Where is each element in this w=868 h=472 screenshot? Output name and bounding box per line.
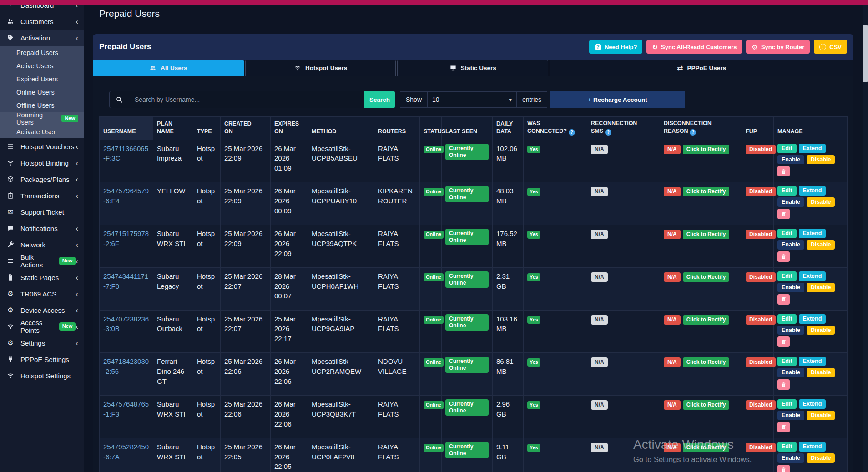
sidebar-item-notifications[interactable]: Notifications‹	[0, 220, 84, 236]
column-header-routers[interactable]: ROUTERS	[374, 117, 420, 140]
sidebar-item-network[interactable]: Network‹	[0, 236, 84, 253]
sidebar-item-transactions[interactable]: Transactions‹	[0, 187, 84, 204]
delete-button[interactable]	[777, 209, 790, 219]
edit-button[interactable]: Edit	[777, 186, 797, 196]
extend-button[interactable]: Extend	[799, 229, 826, 238]
column-header-last-seen[interactable]: LAST SEEN	[442, 117, 493, 140]
sync-by-router-button[interactable]: ⚙Sync by Router	[746, 40, 810, 54]
delete-button[interactable]	[777, 379, 790, 390]
username-link[interactable]: 254757648765-1:F3	[103, 400, 149, 418]
sidebar-item-support-ticket[interactable]: ✉Support Ticket	[0, 204, 84, 220]
tab-static-users[interactable]: Static Users	[397, 60, 548, 76]
tab-hotspot-users[interactable]: Hotspot Users	[245, 60, 396, 76]
edit-button[interactable]: Edit	[777, 144, 797, 153]
csv-button[interactable]: ↓CSV	[814, 40, 847, 54]
disable-button[interactable]: Disable	[807, 326, 835, 335]
rectify-button[interactable]: Click to Rectify	[683, 145, 730, 154]
username-link[interactable]: 254795282450-6:7A	[103, 443, 149, 461]
page-size-select[interactable]: 10 ▾	[428, 91, 517, 108]
extend-button[interactable]: Extend	[799, 442, 826, 452]
sidebar-item-customers[interactable]: Customers‹	[0, 13, 84, 30]
extend-button[interactable]: Extend	[799, 314, 826, 324]
column-header-manage[interactable]: MANAGE	[774, 117, 848, 140]
sidebar-item-prepaid-users[interactable]: Prepaid Users	[0, 46, 84, 59]
column-header-was-connected?[interactable]: WAS CONNECTED??	[524, 117, 587, 140]
edit-button[interactable]: Edit	[777, 399, 797, 409]
disable-button[interactable]: Disable	[807, 368, 835, 377]
delete-button[interactable]	[777, 251, 790, 262]
username-link[interactable]: 254711366065-F:3C	[103, 145, 148, 162]
username-link[interactable]: 254707238236-3:0B	[103, 315, 149, 333]
extend-button[interactable]: Extend	[799, 357, 826, 366]
need-help--button[interactable]: ?Need Help?	[589, 40, 643, 54]
sidebar-item-hotspot-vouchers[interactable]: Hotspot Vouchers‹	[0, 138, 84, 155]
sidebar-item-packages-plans[interactable]: Packages/Plans‹	[0, 171, 84, 187]
rectify-button[interactable]: Click to Rectify	[683, 443, 730, 452]
extend-button[interactable]: Extend	[799, 399, 826, 409]
sidebar-item-activate-user[interactable]: Activate User	[0, 125, 84, 138]
rectify-button[interactable]: Click to Rectify	[683, 272, 730, 282]
extend-button[interactable]: Extend	[799, 186, 826, 196]
rectify-button[interactable]: Click to Rectify	[683, 357, 730, 367]
sidebar-item-activation[interactable]: Activation‹	[0, 30, 84, 46]
enable-button[interactable]: Enable	[777, 240, 804, 250]
sidebar-item-access-points[interactable]: Access PointsNew‹	[0, 318, 84, 335]
edit-button[interactable]: Edit	[777, 314, 797, 324]
username-link[interactable]: 254715175978-2:6F	[103, 230, 149, 247]
column-header-fup[interactable]: FUP	[742, 117, 774, 140]
enable-button[interactable]: Enable	[777, 197, 804, 207]
sidebar-item-expired-users[interactable]: Expired Users	[0, 72, 84, 85]
delete-button[interactable]	[777, 422, 790, 432]
edit-button[interactable]: Edit	[777, 229, 797, 238]
delete-button[interactable]	[777, 336, 790, 347]
disable-button[interactable]: Disable	[807, 240, 835, 250]
rectify-button[interactable]: Click to Rectify	[683, 315, 730, 325]
column-header-plan-name[interactable]: PLAN NAME	[153, 117, 193, 140]
scrollbar-thumb[interactable]	[863, 25, 868, 82]
enable-button[interactable]: Enable	[777, 326, 804, 335]
username-link[interactable]: 254718423030-2:56	[103, 357, 149, 375]
edit-button[interactable]: Edit	[777, 271, 797, 281]
sidebar-item-roaming-users[interactable]: Roaming UsersNew	[0, 112, 84, 125]
tab-all-users[interactable]: All Users	[93, 60, 244, 76]
column-header-disconnection-reason[interactable]: DISCONNECTION REASON?	[660, 117, 742, 140]
username-link[interactable]: 254757964579-6:E4	[103, 187, 149, 205]
sidebar-item-hotspot-binding[interactable]: Hotspot Binding‹	[0, 155, 84, 171]
column-header-reconnection-sms[interactable]: RECONNECTION SMS?	[587, 117, 660, 140]
rectify-button[interactable]: Click to Rectify	[683, 400, 730, 410]
disable-button[interactable]: Disable	[807, 453, 835, 463]
tab-pppoe-users[interactable]: ⇄PPPoE Users	[550, 60, 853, 76]
disable-button[interactable]: Disable	[807, 197, 835, 207]
delete-button[interactable]	[777, 465, 790, 472]
sidebar-item-static-pages[interactable]: Static Pages‹	[0, 269, 84, 286]
sidebar-item-hotspot-settings[interactable]: Hotspot Settings	[0, 367, 84, 384]
sidebar-item-tr069-acs[interactable]: ⚙TR069 ACS‹	[0, 286, 84, 302]
disable-button[interactable]: Disable	[807, 283, 835, 292]
delete-button[interactable]	[777, 294, 790, 305]
sidebar-item-settings[interactable]: ⚙Settings‹	[0, 335, 84, 351]
column-header-type[interactable]: TYPE	[193, 117, 221, 140]
extend-button[interactable]: Extend	[799, 144, 826, 153]
rectify-button[interactable]: Click to Rectify	[683, 230, 730, 239]
rectify-button[interactable]: Click to Rectify	[683, 187, 730, 196]
extend-button[interactable]: Extend	[799, 271, 826, 281]
column-header-daily-data[interactable]: DAILY DATA	[493, 117, 524, 140]
enable-button[interactable]: Enable	[777, 411, 804, 420]
disable-button[interactable]: Disable	[807, 411, 835, 420]
enable-button[interactable]: Enable	[777, 155, 804, 165]
enable-button[interactable]: Enable	[777, 283, 804, 292]
sidebar-item-device-access[interactable]: ⚙Device Access‹	[0, 302, 84, 318]
search-input[interactable]	[129, 91, 364, 108]
column-header-expires-on[interactable]: EXPIRES ON	[271, 117, 308, 140]
column-header-created-on[interactable]: CREATED ON	[221, 117, 271, 140]
sidebar-item-active-users[interactable]: Active Users	[0, 59, 84, 72]
enable-button[interactable]: Enable	[777, 368, 804, 377]
column-header-method[interactable]: METHOD	[308, 117, 374, 140]
recharge-account-button[interactable]: + Recharge Account	[550, 91, 685, 108]
column-header-status[interactable]: STATUS	[420, 117, 442, 140]
sidebar-item-bulk-actions[interactable]: Bulk ActionsNew‹	[0, 253, 84, 269]
search-button[interactable]: Search	[364, 91, 395, 108]
disable-button[interactable]: Disable	[807, 155, 835, 165]
username-link[interactable]: 254743441171-7:F0	[103, 272, 148, 290]
page-scrollbar[interactable]	[863, 5, 868, 472]
